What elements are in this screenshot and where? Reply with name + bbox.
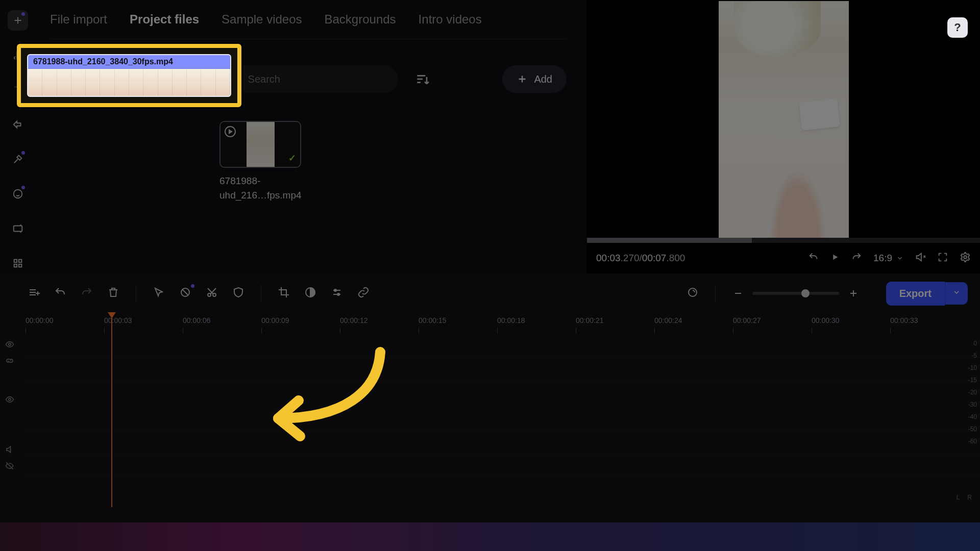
help-button[interactable]: ? <box>947 17 968 38</box>
preview-pane: 00:03.270/00:07.800 16:9 <box>587 0 980 273</box>
tab-file-import[interactable]: File import <box>50 12 107 27</box>
visibility-icon[interactable] <box>5 340 14 349</box>
add-button-label: Add <box>534 73 552 85</box>
svg-point-11 <box>208 293 211 296</box>
zoom-in-icon[interactable] <box>847 287 860 299</box>
svg-point-2 <box>14 190 22 198</box>
ruler-tick: 00:00:18 <box>497 316 525 324</box>
add-track-icon[interactable] <box>28 286 40 300</box>
mute-icon[interactable] <box>915 252 926 265</box>
export-label: Export <box>886 282 945 306</box>
asset-filename: 6781988-uhd_216…fps.mp4 <box>219 174 306 202</box>
export-button[interactable]: Export <box>886 282 968 306</box>
ruler-tick: 00:00:24 <box>654 316 682 324</box>
add-media-button[interactable] <box>8 10 28 31</box>
undo-jump-icon[interactable] <box>808 252 819 265</box>
svg-rect-6 <box>14 264 17 267</box>
preview-time: 00:03.270/00:07.800 <box>596 253 685 264</box>
add-button[interactable]: Add <box>502 65 567 93</box>
svg-point-9 <box>964 256 967 259</box>
transitions-icon[interactable] <box>8 114 28 135</box>
zoom-slider[interactable] <box>752 292 839 295</box>
ruler-tick: 00:00:15 <box>419 316 447 324</box>
ruler-tick: 00:00:30 <box>812 316 840 324</box>
preview-controls: 00:03.270/00:07.800 16:9 <box>587 243 980 273</box>
cut-icon[interactable] <box>206 286 218 300</box>
check-icon: ✓ <box>288 153 296 164</box>
apps-icon[interactable] <box>8 253 28 273</box>
captions-icon[interactable] <box>8 218 28 239</box>
db-scale: 0-5-10-15-20-30-40-50-60 <box>968 340 977 445</box>
desktop-background-peek <box>0 522 980 551</box>
media-panel: File import Project files Sample videos … <box>36 0 587 273</box>
visibility-icon[interactable] <box>5 395 14 404</box>
hide-track-icon[interactable] <box>5 461 14 470</box>
tab-intro-videos[interactable]: Intro videos <box>419 12 482 27</box>
ruler-tick: 00:00:06 <box>183 316 211 324</box>
zoom-out-icon[interactable] <box>732 287 744 299</box>
clip-filename: 6781988-uhd_2160_3840_30fps.mp4 <box>28 55 230 69</box>
contrast-icon[interactable] <box>304 286 316 300</box>
lr-label: L R <box>957 494 975 501</box>
search-input[interactable] <box>248 73 387 85</box>
left-toolbar <box>0 0 36 273</box>
adjust-icon[interactable] <box>331 286 343 300</box>
playhead[interactable] <box>111 313 112 507</box>
plus-icon <box>517 73 528 85</box>
redo-jump-icon[interactable] <box>851 252 862 265</box>
redo-icon[interactable] <box>81 286 93 300</box>
link-icon[interactable] <box>357 286 370 300</box>
timeline-clip[interactable]: 6781988-uhd_2160_3840_30fps.mp4 <box>27 54 231 97</box>
stickers-icon[interactable] <box>8 184 28 204</box>
svg-point-16 <box>689 288 697 296</box>
timeline-clip-highlight: 6781988-uhd_2160_3840_30fps.mp4 <box>17 44 241 107</box>
selection-tool-icon[interactable] <box>153 286 165 300</box>
crop-icon[interactable] <box>278 286 290 300</box>
asset-thumbnail[interactable]: ✓ <box>219 121 301 168</box>
tab-project-files[interactable]: Project files <box>130 12 199 27</box>
sort-icon[interactable] <box>414 71 431 87</box>
svg-rect-4 <box>14 260 17 263</box>
svg-rect-7 <box>19 264 22 267</box>
track-controls <box>5 340 14 470</box>
ruler-tick: 00:00:27 <box>733 316 761 324</box>
svg-rect-5 <box>19 260 22 263</box>
settings-icon[interactable] <box>960 252 971 265</box>
export-dropdown[interactable] <box>945 282 968 305</box>
timeline-toolbar: Export <box>0 273 980 313</box>
svg-point-18 <box>9 398 11 401</box>
timeline-ruler[interactable]: 00:00:00 00:00:03 00:00:06 00:00:09 00:0… <box>0 313 980 335</box>
ruler-tick: 00:00:12 <box>340 316 368 324</box>
svg-point-15 <box>337 293 339 295</box>
svg-point-17 <box>9 343 11 346</box>
tab-backgrounds[interactable]: Backgrounds <box>325 12 396 27</box>
aspect-ratio-selector[interactable]: 16:9 <box>873 253 903 264</box>
svg-rect-3 <box>14 226 22 232</box>
ruler-tick: 00:00:00 <box>26 316 54 324</box>
ruler-tick: 00:00:09 <box>261 316 289 324</box>
mute-track-icon[interactable] <box>5 445 14 454</box>
ruler-tick: 00:00:21 <box>576 316 604 324</box>
search-box[interactable] <box>219 65 398 93</box>
marker-icon[interactable] <box>687 286 699 300</box>
timeline-zoom[interactable] <box>732 287 860 299</box>
blade-tool-icon[interactable] <box>179 286 191 300</box>
shield-icon[interactable] <box>232 286 244 300</box>
source-tabs: File import Project files Sample videos … <box>50 12 567 39</box>
svg-point-12 <box>213 293 216 296</box>
fullscreen-icon[interactable] <box>937 252 948 265</box>
effects-icon[interactable] <box>8 149 28 169</box>
clip-frames <box>28 69 230 97</box>
tab-sample-videos[interactable]: Sample videos <box>222 12 302 27</box>
link-track-icon[interactable] <box>5 356 14 365</box>
play-button[interactable] <box>830 253 840 264</box>
play-overlay-icon <box>225 126 236 137</box>
delete-icon[interactable] <box>107 286 119 300</box>
timeline-tracks[interactable]: 0-5-10-15-20-30-40-50-60 L R <box>0 335 980 523</box>
preview-scrubber[interactable] <box>587 238 980 243</box>
ruler-tick: 00:00:33 <box>890 316 918 324</box>
undo-icon[interactable] <box>54 286 66 300</box>
preview-video[interactable] <box>719 1 849 238</box>
svg-point-14 <box>334 289 336 291</box>
